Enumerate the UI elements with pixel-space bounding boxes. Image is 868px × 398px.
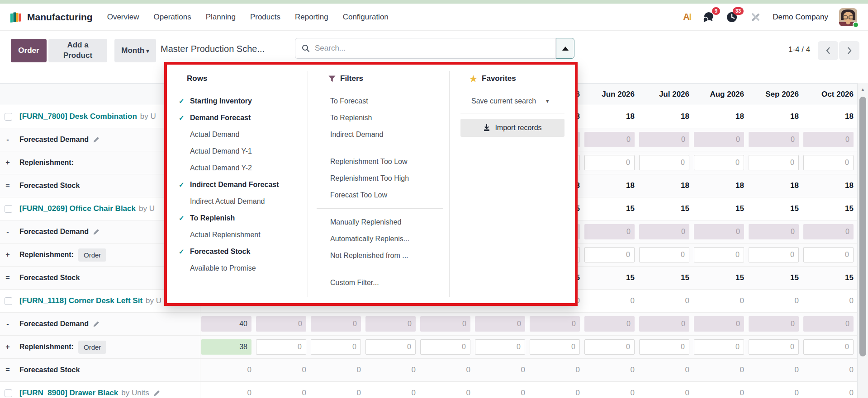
forecast-cell-input[interactable]: 0 — [694, 132, 744, 147]
forecast-cell-input[interactable]: 0 — [803, 155, 854, 170]
order-button[interactable]: Order — [11, 39, 47, 62]
product-link[interactable]: [FURN_0269] Office Chair Black — [19, 204, 136, 213]
filter-option[interactable]: Automatically Replenis... — [308, 230, 446, 247]
filter-option[interactable]: Forecast Too Low — [308, 187, 446, 203]
ai-icon[interactable]: AI — [683, 12, 691, 22]
rows-option[interactable]: ✓Indirect Demand Forecast — [167, 176, 305, 193]
row-checkbox[interactable] — [5, 297, 12, 305]
manufacturing-app-icon[interactable] — [9, 10, 23, 24]
forecast-cell-input[interactable]: 0 — [639, 316, 689, 332]
forecast-cell-input[interactable]: 0 — [639, 339, 689, 355]
edit-pencil-icon[interactable] — [153, 390, 160, 397]
nav-item-overview[interactable]: Overview — [107, 13, 139, 22]
forecast-cell-input[interactable]: 0 — [639, 247, 689, 262]
vertical-scrollbar[interactable]: ▲ — [857, 83, 868, 398]
activities-icon[interactable]: 33 — [726, 11, 738, 23]
forecast-cell-input[interactable]: 0 — [694, 247, 744, 262]
forecast-cell-input[interactable]: 0 — [420, 339, 470, 355]
forecast-cell-input[interactable]: 0 — [584, 224, 635, 239]
forecast-cell-input[interactable]: 0 — [639, 224, 689, 239]
pager-next-button[interactable] — [839, 41, 859, 60]
forecast-cell-input[interactable]: 0 — [694, 316, 744, 332]
forecast-cell-input[interactable]: 0 — [803, 339, 854, 355]
search-input[interactable] — [315, 44, 549, 53]
product-link[interactable]: [FURN_1118] Corner Desk Left Sit — [19, 296, 142, 305]
rows-option[interactable]: Actual Demand — [167, 126, 305, 143]
order-badge-button[interactable]: Order — [78, 341, 106, 354]
forecast-cell-input[interactable]: 0 — [365, 339, 416, 355]
nav-item-operations[interactable]: Operations — [154, 13, 191, 22]
filter-option[interactable]: To Forecast — [308, 93, 446, 109]
forecast-cell-input[interactable]: 0 — [584, 247, 635, 262]
filter-option[interactable]: Replenishment Too Low — [308, 153, 446, 170]
search-options-toggle[interactable] — [556, 38, 574, 59]
nav-item-configuration[interactable]: Configuration — [343, 13, 389, 22]
import-records-button[interactable]: Import records — [460, 119, 564, 137]
forecast-cell-input[interactable]: 0 — [584, 316, 635, 332]
forecast-cell-input[interactable]: 0 — [749, 316, 799, 332]
product-link[interactable]: [FURN_8900] Drawer Black — [19, 389, 118, 398]
messages-icon[interactable]: 9 — [702, 11, 715, 23]
row-checkbox[interactable] — [5, 389, 12, 397]
row-checkbox[interactable] — [5, 205, 12, 213]
forecast-cell-input[interactable]: 0 — [365, 316, 416, 332]
forecast-cell-input[interactable]: 0 — [584, 155, 635, 170]
forecast-cell-input[interactable]: 0 — [475, 316, 525, 332]
forecast-cell-input[interactable]: 0 — [256, 339, 306, 355]
forecast-cell-input[interactable]: 0 — [694, 155, 744, 170]
forecast-cell-input[interactable]: 0 — [749, 339, 799, 355]
company-switcher[interactable]: Demo Company — [773, 13, 828, 22]
edit-pencil-icon[interactable] — [93, 321, 100, 328]
forecast-cell-input[interactable]: 0 — [475, 339, 525, 355]
forecast-cell-input[interactable]: 0 — [311, 339, 361, 355]
nav-item-planning[interactable]: Planning — [206, 13, 236, 22]
forecast-cell-input[interactable]: 0 — [311, 316, 361, 332]
rows-option[interactable]: Indirect Actual Demand — [167, 193, 305, 210]
filter-option[interactable]: Indirect Demand — [308, 126, 446, 143]
forecast-cell-input[interactable]: 0 — [584, 339, 635, 355]
forecast-cell-input[interactable]: 0 — [803, 247, 854, 262]
app-name[interactable]: Manufacturing — [27, 12, 93, 23]
filter-option[interactable]: Manually Replenished — [308, 214, 446, 230]
filter-option[interactable]: Replenishment Too High — [308, 170, 446, 187]
forecast-cell-input[interactable]: 38 — [201, 339, 251, 355]
forecast-cell-input[interactable]: 0 — [694, 339, 744, 355]
user-avatar[interactable] — [839, 8, 857, 26]
forecast-cell-input[interactable]: 0 — [694, 224, 744, 239]
forecast-cell-input[interactable]: 40 — [201, 316, 251, 332]
forecast-cell-input[interactable]: 0 — [803, 224, 854, 239]
forecast-cell-input[interactable]: 0 — [639, 132, 689, 147]
forecast-cell-input[interactable]: 0 — [749, 224, 799, 239]
filter-option[interactable]: Custom Filter... — [308, 274, 446, 291]
edit-pencil-icon[interactable] — [93, 229, 100, 235]
rows-option[interactable]: ✓Starting Inventory — [167, 93, 305, 109]
forecast-cell-input[interactable]: 0 — [584, 132, 635, 147]
rows-option[interactable]: Actual Demand Y-1 — [167, 143, 305, 159]
period-dropdown-button[interactable]: Month▾ — [114, 39, 156, 62]
add-product-button[interactable]: Add a Product — [48, 39, 107, 62]
forecast-cell-input[interactable]: 0 — [749, 155, 799, 170]
filter-option[interactable]: To Replenish — [308, 109, 446, 126]
edit-pencil-icon[interactable] — [93, 136, 100, 143]
nav-item-reporting[interactable]: Reporting — [295, 13, 328, 22]
nav-item-products[interactable]: Products — [250, 13, 280, 22]
scrollbar-thumb[interactable] — [859, 97, 866, 356]
forecast-cell-input[interactable]: 0 — [803, 316, 854, 332]
rows-option[interactable]: Actual Demand Y-2 — [167, 159, 305, 176]
row-checkbox[interactable] — [5, 113, 12, 121]
forecast-cell-input[interactable]: 0 — [256, 316, 306, 332]
forecast-cell-input[interactable]: 0 — [530, 316, 580, 332]
forecast-cell-input[interactable]: 0 — [639, 155, 689, 170]
rows-option[interactable]: ✓Forecasted Stock — [167, 243, 305, 260]
filter-option[interactable]: Not Replenished from ... — [308, 247, 446, 264]
rows-option[interactable]: ✓Demand Forecast — [167, 109, 305, 126]
forecast-cell-input[interactable]: 0 — [420, 316, 470, 332]
forecast-cell-input[interactable]: 0 — [749, 247, 799, 262]
tools-icon[interactable] — [749, 11, 762, 23]
rows-option[interactable]: Available to Promise — [167, 260, 305, 276]
rows-option[interactable]: Actual Replenishment — [167, 226, 305, 243]
product-link[interactable]: [FURN_7800] Desk Combination — [19, 112, 137, 121]
scrollbar-up-arrow-icon[interactable]: ▲ — [858, 87, 868, 92]
save-current-search[interactable]: Save current search ▾ — [471, 93, 549, 109]
forecast-cell-input[interactable]: 0 — [530, 339, 580, 355]
